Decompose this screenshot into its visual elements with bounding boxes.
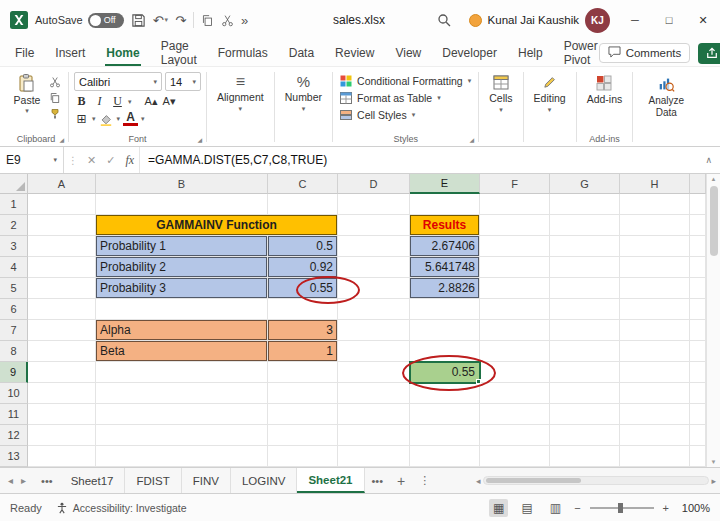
share-button[interactable] [698, 43, 720, 64]
cell-g12[interactable] [550, 425, 620, 446]
row-header-1[interactable]: 1 [0, 194, 28, 215]
cell-b10[interactable] [96, 383, 268, 404]
row-header-7[interactable]: 7 [0, 320, 28, 341]
cell-b2[interactable]: GAMMAINV Function [96, 215, 338, 236]
cell-f1[interactable] [480, 194, 550, 215]
page-break-view-icon[interactable]: ▥ [546, 499, 565, 517]
cell-a2[interactable] [28, 215, 96, 236]
cell-c4[interactable]: 0.92 [268, 257, 338, 278]
fill-color-button[interactable] [99, 113, 114, 126]
styles-dialog-launcher-icon[interactable]: ◢ [470, 136, 475, 143]
cells-button[interactable]: Cells ▾ [484, 69, 517, 132]
cell-g4[interactable] [550, 257, 620, 278]
cell-h11[interactable] [620, 404, 690, 425]
menu-tab-formulas[interactable]: Formulas [217, 40, 269, 66]
cell-h12[interactable] [620, 425, 690, 446]
cell-a5[interactable] [28, 278, 96, 299]
cell-d9[interactable] [338, 362, 410, 383]
cell-e13[interactable] [410, 446, 480, 467]
borders-button[interactable]: ⊞ [74, 112, 89, 126]
cell-c13[interactable] [268, 446, 338, 467]
page-layout-view-icon[interactable]: ▤ [517, 499, 536, 517]
cell-b5[interactable]: Probability 3 [96, 278, 268, 299]
cell-e12[interactable] [410, 425, 480, 446]
cell-d1[interactable] [338, 194, 410, 215]
row-header-3[interactable]: 3 [0, 236, 28, 257]
decrease-font-size-button[interactable]: A▾ [162, 95, 177, 108]
cell-g6[interactable] [550, 299, 620, 320]
name-box[interactable]: E9 ▾ [0, 147, 64, 173]
cell-b11[interactable] [96, 404, 268, 425]
italic-button[interactable]: I [92, 94, 107, 109]
cell-a13[interactable] [28, 446, 96, 467]
row-header-4[interactable]: 4 [0, 257, 28, 278]
cell-a6[interactable] [28, 299, 96, 320]
column-header-a[interactable]: A [28, 174, 96, 194]
sheet-tab-fdist[interactable]: FDIST [125, 468, 181, 493]
menu-tab-help[interactable]: Help [517, 40, 544, 66]
normal-view-icon[interactable]: ▦ [489, 499, 508, 517]
more-commands-icon[interactable]: » [241, 13, 248, 28]
cell-c10[interactable] [268, 383, 338, 404]
cell-b3[interactable]: Probability 1 [96, 236, 268, 257]
search-icon[interactable] [427, 13, 461, 27]
cell-g10[interactable] [550, 383, 620, 404]
zoom-slider-thumb[interactable] [618, 503, 623, 513]
font-name-select[interactable]: Calibri▾ [74, 72, 162, 91]
cell-h5[interactable] [620, 278, 690, 299]
account-chip[interactable]: Kunal Jai Kaushik KJ [461, 0, 618, 40]
cell-f7[interactable] [480, 320, 550, 341]
excel-app-icon[interactable] [10, 11, 28, 29]
underline-caret-icon[interactable]: ▾ [128, 98, 132, 106]
cell-e8[interactable] [410, 341, 480, 362]
cell-a3[interactable] [28, 236, 96, 257]
cell-g5[interactable] [550, 278, 620, 299]
fill-handle[interactable] [476, 379, 481, 384]
menu-tab-developer[interactable]: Developer [441, 40, 498, 66]
accessibility-status[interactable]: Accessibility: Investigate [56, 502, 187, 514]
zoom-level[interactable]: 100% [678, 502, 710, 514]
sheet-tab-sheet17[interactable]: Sheet17 [60, 468, 126, 493]
cut-icon[interactable] [49, 76, 61, 88]
expand-formula-bar-icon[interactable]: ∧ [697, 155, 720, 165]
cell-f5[interactable] [480, 278, 550, 299]
sheet-tab-finv[interactable]: FINV [182, 468, 231, 493]
column-header-f[interactable]: F [480, 174, 550, 194]
cell-a1[interactable] [28, 194, 96, 215]
cell-e2[interactable]: Results [410, 215, 480, 236]
cell-a9[interactable] [28, 362, 96, 383]
cell-f12[interactable] [480, 425, 550, 446]
row-header-5[interactable]: 5 [0, 278, 28, 299]
cell-h3[interactable] [620, 236, 690, 257]
font-size-select[interactable]: 14▾ [165, 72, 201, 91]
cell-c8[interactable]: 1 [268, 341, 338, 362]
font-dialog-launcher-icon[interactable]: ◢ [197, 136, 202, 143]
save-icon[interactable] [131, 13, 146, 28]
row-header-2[interactable]: 2 [0, 215, 28, 236]
sheet-nav-right-icon[interactable]: ▸ [21, 475, 26, 486]
cell-d4[interactable] [338, 257, 410, 278]
cell-e1[interactable] [410, 194, 480, 215]
cell-e11[interactable] [410, 404, 480, 425]
vertical-scrollbar[interactable]: ▲ ▼ [706, 174, 720, 467]
cell-f8[interactable] [480, 341, 550, 362]
cell-b6[interactable] [96, 299, 268, 320]
minimize-button[interactable]: ─ [618, 0, 652, 40]
alignment-button[interactable]: ≡ Alignment ▾ [212, 69, 269, 132]
scroll-down-icon[interactable]: ▼ [711, 459, 717, 465]
row-header-8[interactable]: 8 [0, 341, 28, 362]
scroll-right-icon[interactable]: ▸ [711, 476, 716, 486]
menu-tab-view[interactable]: View [394, 40, 422, 66]
column-header-h[interactable]: H [620, 174, 690, 194]
undo-icon[interactable]: ↶▾ [153, 13, 168, 28]
cell-f11[interactable] [480, 404, 550, 425]
formula-bar-grip-icon[interactable]: ⋮ [64, 155, 82, 166]
cell-e6[interactable] [410, 299, 480, 320]
row-header-12[interactable]: 12 [0, 425, 28, 446]
row-header-6[interactable]: 6 [0, 299, 28, 320]
cell-f6[interactable] [480, 299, 550, 320]
close-button[interactable]: ✕ [686, 0, 720, 40]
autosave-toggle[interactable]: AutoSave Off [35, 13, 124, 28]
cell-b7[interactable]: Alpha [96, 320, 268, 341]
new-sheet-button[interactable]: + [390, 468, 412, 493]
